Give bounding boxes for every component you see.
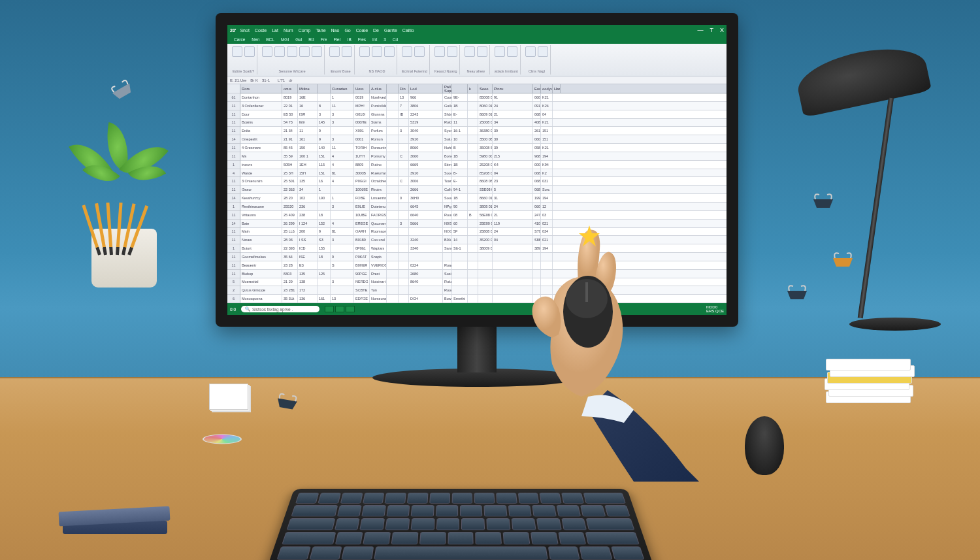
cell[interactable]: 10 xyxy=(452,135,468,143)
cell[interactable]: Giunnns xyxy=(370,110,387,118)
column-header[interactable]: ocus xyxy=(282,84,298,93)
ribbon-button[interactable] xyxy=(384,46,395,57)
row-number[interactable]: 6 xyxy=(227,295,240,303)
cell[interactable] xyxy=(452,278,468,286)
cell[interactable] xyxy=(387,152,399,160)
cell[interactable]: 2666 xyxy=(409,186,443,193)
cell[interactable]: 28 20 xyxy=(282,194,298,202)
cell[interactable]: 94-1 xyxy=(452,186,468,193)
row-number[interactable]: 2 xyxy=(227,286,240,295)
cell[interactable]: 021 xyxy=(541,220,553,227)
row-number[interactable]: 11 xyxy=(227,253,240,261)
cell[interactable]: Bate xyxy=(240,220,282,227)
cell[interactable]: B0180 xyxy=(354,236,370,244)
cell[interactable]: 25 501 xyxy=(282,177,298,185)
cell[interactable]: 0P061 xyxy=(354,244,370,252)
table-row[interactable]: Warde25 3H15H151813000BRuelurrane3910Soo… xyxy=(240,169,727,178)
cell[interactable]: 0680 00 xyxy=(533,169,541,177)
cell[interactable]: 8303 xyxy=(282,270,298,278)
cell[interactable] xyxy=(468,286,478,294)
cell[interactable]: 25 409 xyxy=(282,211,298,219)
cell[interactable]: 505H xyxy=(282,161,298,169)
cell[interactable] xyxy=(331,186,354,193)
cell[interactable]: 23 xyxy=(493,177,533,185)
row-number[interactable]: 11 xyxy=(227,127,240,135)
ribbon-button[interactable] xyxy=(287,46,297,57)
ribbon-button[interactable] xyxy=(232,46,242,57)
cell[interactable]: 38009 01B 40 xyxy=(478,244,493,252)
cell[interactable]: P0KAT xyxy=(354,253,370,261)
table-row[interactable]: Resthteacane255202363E0LIEDoteteno6645NP… xyxy=(240,203,727,211)
cell[interactable] xyxy=(387,253,399,261)
cell[interactable]: 0000 10 xyxy=(533,161,541,169)
cell[interactable] xyxy=(478,270,493,278)
cell[interactable] xyxy=(468,102,478,110)
cell[interactable]: 31 xyxy=(493,194,533,202)
cell[interactable]: 3240 xyxy=(409,236,443,244)
cell[interactable]: 14 xyxy=(452,236,468,244)
cell[interactable]: 4 xyxy=(331,161,354,169)
cell[interactable]: 408 02 xyxy=(533,119,541,127)
cell[interactable]: FOBE xyxy=(354,194,370,202)
cell[interactable]: 3500 0B 10 xyxy=(478,135,493,143)
cell[interactable]: 215 xyxy=(493,152,533,160)
cell[interactable]: 25E00 015 04 xyxy=(478,220,493,227)
table-row[interactable]: 3 Oofenfiener22 0116811MPH!Pursivildicry… xyxy=(240,102,727,110)
cell[interactable] xyxy=(468,93,478,101)
cell[interactable] xyxy=(387,286,399,294)
row-number[interactable]: 11 xyxy=(227,228,240,237)
cell[interactable]: EDFGE xyxy=(354,295,370,303)
cell[interactable] xyxy=(399,161,409,169)
cell[interactable]: N0GS ROfBnrl xyxy=(443,220,452,227)
cell[interactable]: 12 xyxy=(541,203,553,210)
cell[interactable]: C xyxy=(399,177,409,185)
cell[interactable]: EREGE xyxy=(354,220,370,227)
cell[interactable]: 9 xyxy=(318,228,331,236)
cell[interactable]: E- xyxy=(452,177,468,185)
cell[interactable]: Bone 0temonren xyxy=(443,152,452,160)
cell[interactable]: 194 xyxy=(541,152,553,160)
cell[interactable]: Roomaoren xyxy=(370,228,387,236)
cell[interactable]: 1B xyxy=(452,194,468,202)
cell[interactable] xyxy=(318,286,331,294)
cell[interactable] xyxy=(541,261,553,269)
cell[interactable]: 0001 xyxy=(354,135,370,143)
cell[interactable]: 966 xyxy=(409,93,443,101)
cell[interactable]: B xyxy=(452,144,468,152)
cell[interactable]: 1 xyxy=(318,186,331,193)
row-number[interactable]: 61 xyxy=(227,93,240,102)
cell[interactable]: S888 00 xyxy=(533,236,541,244)
cell[interactable]: 3 xyxy=(331,110,354,118)
menu-tab[interactable]: Coale xyxy=(356,28,368,33)
cell[interactable]: Buturt xyxy=(240,244,282,252)
ribbon-button[interactable] xyxy=(538,46,548,57)
cell[interactable]: Sosic Grark Ware xyxy=(443,270,452,278)
cell[interactable]: 54 73 xyxy=(282,119,298,127)
cell[interactable]: Bows xyxy=(443,295,452,303)
ribbon-button[interactable] xyxy=(329,46,340,57)
cell[interactable]: 25520 xyxy=(282,203,298,210)
column-header[interactable]: Lod xyxy=(409,84,443,93)
column-header[interactable]: k xyxy=(468,84,478,93)
cell[interactable]: 90PGE xyxy=(354,270,370,278)
cell[interactable]: Beauentr xyxy=(240,261,282,269)
cell[interactable] xyxy=(399,295,409,303)
ribbon-button[interactable] xyxy=(434,46,445,57)
table-row[interactable]: Vrttaums25 4092381810UBEFAORGS6640Rouc R… xyxy=(240,211,727,220)
cell[interactable]: 9E- xyxy=(452,93,468,101)
cell[interactable]: 56E08 016 64 xyxy=(478,211,493,219)
cell[interactable]: 16E xyxy=(298,93,318,101)
cell[interactable] xyxy=(387,144,399,152)
cell[interactable] xyxy=(409,228,443,236)
column-header[interactable]: Din xyxy=(399,84,409,93)
cell[interactable]: NOG Ron IA xyxy=(443,228,452,236)
cell[interactable] xyxy=(409,286,443,294)
column-header[interactable]: Euale xyxy=(533,84,541,93)
cell[interactable] xyxy=(541,278,553,286)
cell[interactable]: 3 xyxy=(318,110,331,118)
cell[interactable]: 08 xyxy=(452,211,468,219)
cell[interactable]: NEREG xyxy=(354,278,370,286)
cell[interactable]: 24 xyxy=(493,102,533,110)
cell[interactable]: Onepesht xyxy=(240,135,282,143)
cell[interactable]: Coo und xyxy=(370,236,387,244)
